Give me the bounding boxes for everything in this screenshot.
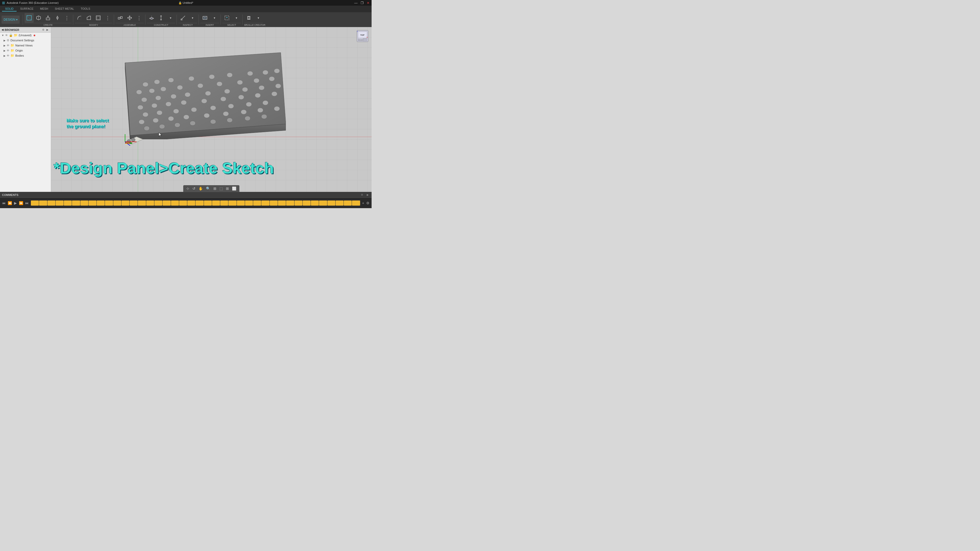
tab-sheet-metal[interactable]: SHEET METAL [52, 6, 77, 11]
restore-button[interactable]: ❐ [361, 1, 364, 5]
environment-button[interactable]: ⬜ [231, 186, 237, 191]
braille-plate-model[interactable] [112, 42, 286, 139]
select-more-button[interactable]: ▼ [232, 13, 241, 23]
timeline-frame[interactable] [270, 200, 278, 206]
grid-button[interactable]: ⊞ [225, 186, 230, 191]
joint-button[interactable] [116, 13, 125, 23]
extrude-button[interactable] [43, 13, 52, 23]
timeline-go-start-button[interactable]: ⏮ [2, 200, 6, 206]
timeline-frame[interactable] [31, 200, 39, 206]
timeline-frame[interactable] [121, 200, 129, 206]
orbit-button[interactable]: ↺ [191, 186, 197, 191]
timeline-track[interactable] [30, 200, 361, 206]
timeline-frame[interactable] [72, 200, 80, 206]
timeline-frame[interactable] [162, 200, 170, 206]
timeline-add-button[interactable]: + [362, 200, 365, 206]
timeline-next-button[interactable]: ⏩ [18, 200, 24, 206]
timeline-frame[interactable] [196, 200, 204, 206]
construct-more-button[interactable]: ▼ [166, 13, 175, 23]
inspect-more-button[interactable]: ▼ [188, 13, 197, 23]
eye-icon-origin[interactable]: 👁 [6, 49, 10, 52]
timeline-frame[interactable] [48, 200, 56, 206]
timeline-frame[interactable] [64, 200, 72, 206]
nav-cube[interactable]: TOP FRONT X Y [355, 29, 369, 43]
measure-button[interactable] [178, 13, 188, 23]
timeline-frame[interactable] [89, 200, 97, 206]
timeline-frame[interactable] [220, 200, 228, 206]
pan-button[interactable]: ✋ [197, 186, 204, 191]
browser-item-origin[interactable]: ▶ 👁 📁 Origin [0, 48, 51, 53]
tab-tools[interactable]: TOOLS [78, 6, 93, 11]
select-box-button[interactable] [222, 13, 231, 23]
timeline-frame[interactable] [245, 200, 253, 206]
braille-creator-button[interactable] [244, 13, 253, 23]
fillet-button[interactable] [75, 13, 84, 23]
timeline-frame[interactable] [286, 200, 294, 206]
timeline-frame[interactable] [336, 200, 344, 206]
timeline-frame[interactable] [261, 200, 269, 206]
timeline-frame[interactable] [311, 200, 319, 206]
timeline-frame[interactable] [179, 200, 187, 206]
timeline-settings-button[interactable]: ⚙ [366, 200, 370, 206]
comments-options-button[interactable]: ⚙ [360, 193, 364, 197]
window-controls[interactable]: — ❐ ✕ [354, 1, 369, 5]
timeline-frame[interactable] [105, 200, 113, 206]
timeline-frame[interactable] [154, 200, 162, 206]
display-mode-button[interactable]: ⬚ [218, 186, 224, 191]
tab-solid[interactable]: SOLID [2, 6, 17, 11]
assemble-move-button[interactable] [125, 13, 134, 23]
browser-item-doc-settings[interactable]: ▶ ⚙ Document Settings [0, 38, 51, 43]
timeline-frame[interactable] [253, 200, 261, 206]
close-button[interactable]: ✕ [367, 1, 369, 5]
insert-canvas-button[interactable] [200, 13, 210, 23]
browser-expand-button[interactable]: ▶ [46, 28, 49, 32]
timeline-frame[interactable] [294, 200, 302, 206]
timeline-frame[interactable] [171, 200, 179, 206]
browser-options-button[interactable]: ⚙ [41, 28, 45, 32]
timeline-frame[interactable] [146, 200, 154, 206]
chamfer-button[interactable] [84, 13, 94, 23]
browser-collapse-icon[interactable]: ◀ [2, 28, 3, 31]
timeline-frame[interactable] [344, 200, 352, 206]
timeline-frame[interactable] [138, 200, 146, 206]
browser-item-named-views[interactable]: ▶ 👁 📁 Named Views [0, 43, 51, 48]
browser-item-unsaved[interactable]: ▼ 👁 🔒 📁 (Unsaved) ⏺ [0, 33, 51, 38]
minimize-button[interactable]: — [354, 1, 358, 5]
timeline-frame[interactable] [97, 200, 105, 206]
construct-plane-button[interactable] [147, 13, 156, 23]
timeline-frame[interactable] [328, 200, 335, 206]
timeline-frame[interactable] [237, 200, 245, 206]
shell-button[interactable] [94, 13, 103, 23]
eye-icon-named-views[interactable]: 👁 [6, 44, 10, 47]
fit-screen-button[interactable]: ⊹ [185, 186, 190, 191]
eye-icon[interactable]: 👁 [5, 34, 8, 37]
timeline-play-button[interactable]: ▶ [14, 200, 18, 206]
tab-mesh[interactable]: MESH [37, 6, 51, 11]
design-dropdown-button[interactable]: DESIGN ▾ [2, 16, 20, 24]
create-box-button[interactable] [34, 13, 43, 23]
timeline-frame[interactable] [56, 200, 64, 206]
timeline-frame[interactable] [187, 200, 195, 206]
create-sketch-button[interactable] [24, 13, 34, 23]
modify-more-button[interactable]: ⋮ [103, 13, 112, 23]
timeline-frame[interactable] [80, 200, 88, 206]
zoom-button[interactable]: 🔍 [205, 186, 211, 191]
viewport[interactable]: Make sure to select the ground plane! *D… [51, 27, 372, 192]
timeline-frame[interactable] [303, 200, 310, 206]
timeline-frame[interactable] [319, 200, 327, 206]
timeline-prev-button[interactable]: ⏪ [7, 200, 13, 206]
browser-item-bodies[interactable]: ▶ 👁 📁 Bodies [0, 53, 51, 58]
timeline-frame[interactable] [130, 200, 138, 206]
timeline-frame[interactable] [278, 200, 286, 206]
timeline-frame[interactable] [39, 200, 47, 206]
tab-surface[interactable]: SURFACE [17, 6, 37, 11]
zoom-window-button[interactable]: ⊞ [212, 186, 218, 191]
timeline-go-end-button[interactable]: ⏭ [25, 200, 29, 206]
braille-more-button[interactable]: ▼ [254, 13, 263, 23]
create-more-button[interactable]: ⋮ [62, 13, 72, 23]
timeline-frame[interactable] [228, 200, 236, 206]
assemble-more-button[interactable]: ⋮ [135, 13, 144, 23]
eye-icon-bodies[interactable]: 👁 [6, 54, 10, 57]
timeline-frame[interactable] [204, 200, 212, 206]
revolve-button[interactable] [53, 13, 62, 23]
